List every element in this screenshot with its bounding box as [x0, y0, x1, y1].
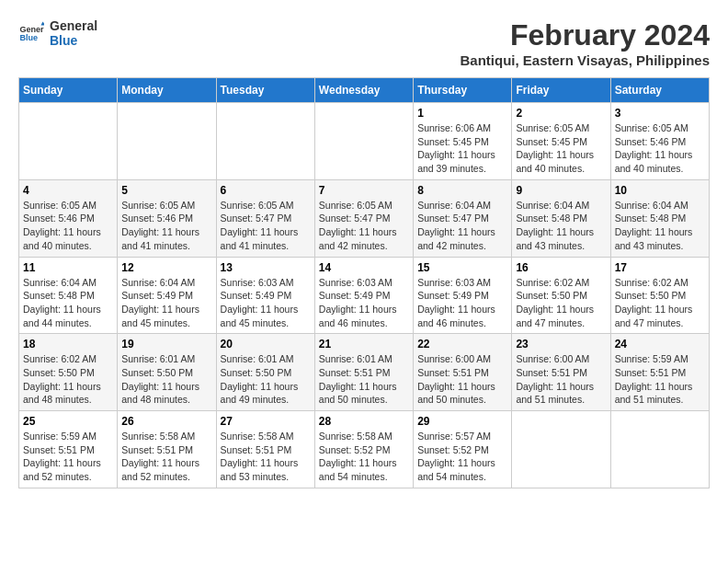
cell-content: Sunrise: 5:58 AMSunset: 5:52 PMDaylight:… — [319, 430, 409, 484]
subtitle: Bantiqui, Eastern Visayas, Philippines — [461, 52, 710, 68]
calendar-cell: 4Sunrise: 6:05 AMSunset: 5:46 PMDaylight… — [19, 179, 118, 257]
calendar-cell: 18Sunrise: 6:02 AMSunset: 5:50 PMDayligh… — [19, 334, 118, 411]
calendar-row: 18Sunrise: 6:02 AMSunset: 5:50 PMDayligh… — [19, 334, 710, 411]
day-number: 28 — [319, 415, 409, 428]
cell-content: Sunrise: 5:59 AMSunset: 5:51 PMDaylight:… — [23, 430, 113, 484]
header-row: SundayMondayTuesdayWednesdayThursdayFrid… — [19, 78, 710, 103]
calendar-cell: 24Sunrise: 5:59 AMSunset: 5:51 PMDayligh… — [610, 334, 709, 411]
calendar: SundayMondayTuesdayWednesdayThursdayFrid… — [18, 77, 710, 488]
cell-content: Sunrise: 6:02 AMSunset: 5:50 PMDaylight:… — [23, 352, 113, 407]
calendar-body: 1Sunrise: 6:06 AMSunset: 5:45 PMDaylight… — [19, 103, 710, 488]
cell-content: Sunrise: 6:03 AMSunset: 5:49 PMDaylight:… — [319, 276, 409, 330]
weekday-header: Tuesday — [216, 78, 314, 103]
svg-text:Blue: Blue — [19, 33, 38, 42]
calendar-cell: 10Sunrise: 6:04 AMSunset: 5:48 PMDayligh… — [610, 179, 709, 257]
day-number: 29 — [417, 415, 507, 428]
day-number: 16 — [516, 261, 606, 274]
cell-content: Sunrise: 6:00 AMSunset: 5:51 PMDaylight:… — [516, 352, 606, 407]
day-number: 13 — [221, 261, 311, 274]
page-header: General Blue General Blue February 2024 … — [18, 18, 710, 68]
cell-content: Sunrise: 6:05 AMSunset: 5:46 PMDaylight:… — [23, 199, 113, 253]
calendar-cell: 2Sunrise: 6:05 AMSunset: 5:45 PMDaylight… — [512, 103, 610, 180]
cell-content: Sunrise: 6:05 AMSunset: 5:47 PMDaylight:… — [221, 199, 311, 253]
cell-content: Sunrise: 6:04 AMSunset: 5:48 PMDaylight:… — [516, 199, 606, 253]
day-number: 7 — [319, 184, 409, 197]
calendar-cell — [512, 411, 610, 488]
day-number: 9 — [516, 184, 606, 197]
day-number: 25 — [23, 415, 113, 428]
logo-line2: Blue — [50, 33, 97, 48]
calendar-row: 1Sunrise: 6:06 AMSunset: 5:45 PMDaylight… — [19, 103, 710, 180]
calendar-cell: 29Sunrise: 5:57 AMSunset: 5:52 PMDayligh… — [414, 411, 512, 488]
calendar-cell: 7Sunrise: 6:05 AMSunset: 5:47 PMDaylight… — [314, 179, 413, 257]
weekday-header: Sunday — [19, 78, 118, 103]
weekday-header: Wednesday — [314, 78, 413, 103]
calendar-cell: 25Sunrise: 5:59 AMSunset: 5:51 PMDayligh… — [19, 411, 118, 488]
day-number: 23 — [516, 338, 606, 350]
weekday-header: Thursday — [414, 78, 512, 103]
calendar-cell: 23Sunrise: 6:00 AMSunset: 5:51 PMDayligh… — [512, 334, 610, 411]
calendar-cell: 17Sunrise: 6:02 AMSunset: 5:50 PMDayligh… — [610, 257, 709, 334]
day-number: 18 — [23, 338, 113, 350]
cell-content: Sunrise: 6:06 AMSunset: 5:45 PMDaylight:… — [417, 121, 507, 176]
day-number: 11 — [23, 261, 113, 274]
calendar-cell — [314, 103, 413, 180]
calendar-cell: 16Sunrise: 6:02 AMSunset: 5:50 PMDayligh… — [512, 257, 610, 334]
calendar-cell: 5Sunrise: 6:05 AMSunset: 5:46 PMDaylight… — [118, 179, 216, 257]
calendar-cell: 15Sunrise: 6:03 AMSunset: 5:49 PMDayligh… — [414, 257, 512, 334]
calendar-cell: 28Sunrise: 5:58 AMSunset: 5:52 PMDayligh… — [314, 411, 413, 488]
cell-content: Sunrise: 5:59 AMSunset: 5:51 PMDaylight:… — [615, 352, 705, 407]
cell-content: Sunrise: 5:58 AMSunset: 5:51 PMDaylight:… — [221, 430, 311, 484]
day-number: 8 — [417, 184, 507, 197]
cell-content: Sunrise: 5:58 AMSunset: 5:51 PMDaylight:… — [121, 430, 211, 484]
calendar-cell — [216, 103, 314, 180]
day-number: 5 — [121, 184, 211, 197]
svg-text:General: General — [19, 25, 44, 34]
day-number: 22 — [417, 338, 507, 350]
calendar-cell: 1Sunrise: 6:06 AMSunset: 5:45 PMDaylight… — [414, 103, 512, 180]
day-number: 1 — [417, 107, 507, 120]
cell-content: Sunrise: 6:04 AMSunset: 5:49 PMDaylight:… — [121, 276, 211, 330]
cell-content: Sunrise: 6:05 AMSunset: 5:46 PMDaylight:… — [615, 121, 705, 176]
calendar-cell: 22Sunrise: 6:00 AMSunset: 5:51 PMDayligh… — [414, 334, 512, 411]
cell-content: Sunrise: 6:04 AMSunset: 5:48 PMDaylight:… — [615, 199, 705, 253]
cell-content: Sunrise: 6:00 AMSunset: 5:51 PMDaylight:… — [417, 352, 507, 407]
day-number: 4 — [23, 184, 113, 197]
calendar-row: 11Sunrise: 6:04 AMSunset: 5:48 PMDayligh… — [19, 257, 710, 334]
day-number: 19 — [121, 338, 211, 350]
cell-content: Sunrise: 6:01 AMSunset: 5:50 PMDaylight:… — [121, 352, 211, 407]
cell-content: Sunrise: 6:02 AMSunset: 5:50 PMDaylight:… — [516, 276, 606, 330]
calendar-cell: 20Sunrise: 6:01 AMSunset: 5:50 PMDayligh… — [216, 334, 314, 411]
calendar-cell: 21Sunrise: 6:01 AMSunset: 5:51 PMDayligh… — [314, 334, 413, 411]
calendar-cell: 14Sunrise: 6:03 AMSunset: 5:49 PMDayligh… — [314, 257, 413, 334]
day-number: 3 — [615, 107, 705, 120]
day-number: 15 — [417, 261, 507, 274]
weekday-header: Saturday — [610, 78, 709, 103]
weekday-header: Friday — [512, 78, 610, 103]
svg-marker-2 — [41, 21, 45, 25]
calendar-cell: 26Sunrise: 5:58 AMSunset: 5:51 PMDayligh… — [118, 411, 216, 488]
calendar-cell — [610, 411, 709, 488]
day-number: 24 — [615, 338, 705, 350]
logo: General Blue General Blue — [18, 18, 97, 48]
title-area: February 2024 Bantiqui, Eastern Visayas,… — [461, 18, 710, 68]
day-number: 21 — [319, 338, 409, 350]
cell-content: Sunrise: 6:04 AMSunset: 5:47 PMDaylight:… — [417, 199, 507, 253]
calendar-cell: 8Sunrise: 6:04 AMSunset: 5:47 PMDaylight… — [414, 179, 512, 257]
calendar-cell: 27Sunrise: 5:58 AMSunset: 5:51 PMDayligh… — [216, 411, 314, 488]
cell-content: Sunrise: 6:05 AMSunset: 5:47 PMDaylight:… — [319, 199, 409, 253]
calendar-row: 4Sunrise: 6:05 AMSunset: 5:46 PMDaylight… — [19, 179, 710, 257]
calendar-cell: 19Sunrise: 6:01 AMSunset: 5:50 PMDayligh… — [118, 334, 216, 411]
day-number: 17 — [615, 261, 705, 274]
day-number: 26 — [121, 415, 211, 428]
cell-content: Sunrise: 6:01 AMSunset: 5:50 PMDaylight:… — [221, 352, 311, 407]
cell-content: Sunrise: 6:04 AMSunset: 5:48 PMDaylight:… — [23, 276, 113, 330]
calendar-cell — [19, 103, 118, 180]
calendar-cell — [118, 103, 216, 180]
cell-content: Sunrise: 6:02 AMSunset: 5:50 PMDaylight:… — [615, 276, 705, 330]
day-number: 2 — [516, 107, 606, 120]
day-number: 12 — [121, 261, 211, 274]
calendar-cell: 13Sunrise: 6:03 AMSunset: 5:49 PMDayligh… — [216, 257, 314, 334]
calendar-cell: 11Sunrise: 6:04 AMSunset: 5:48 PMDayligh… — [19, 257, 118, 334]
cell-content: Sunrise: 6:03 AMSunset: 5:49 PMDaylight:… — [221, 276, 311, 330]
